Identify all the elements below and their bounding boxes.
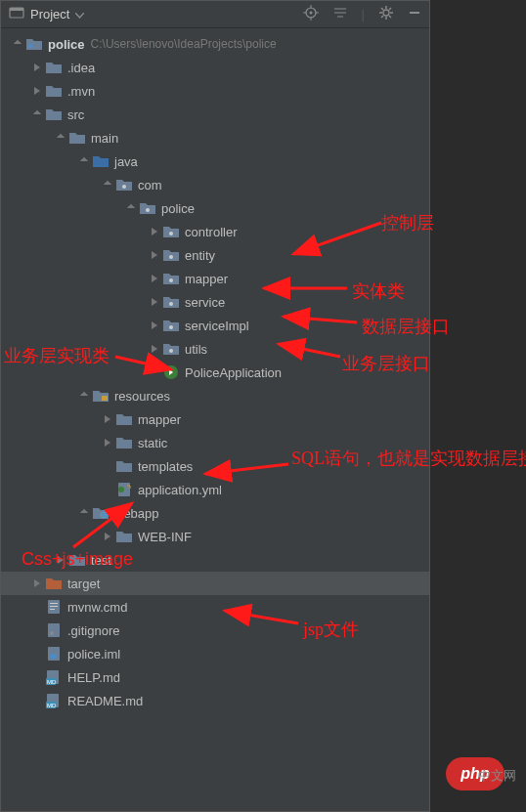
svg-text:MD: MD [47, 703, 57, 708]
java-class-icon [163, 364, 179, 380]
tree-node-policeapp[interactable]: PoliceApplication [1, 361, 429, 384]
package-icon [163, 318, 179, 333]
markdown-file-icon: MD [46, 693, 62, 708]
module-folder-icon [26, 36, 42, 52]
svg-line-18 [389, 8, 391, 10]
svg-rect-41 [48, 623, 60, 637]
svg-text:MD: MD [47, 679, 57, 685]
tree-root[interactable]: police C:\Users\lenovo\IdeaProjects\poli… [1, 32, 429, 56]
folder-icon [46, 60, 62, 75]
tree-node-appyml[interactable]: application.yml [1, 478, 429, 501]
svg-rect-31 [102, 396, 108, 401]
project-tree: police C:\Users\lenovo\IdeaProjects\poli… [1, 28, 429, 811]
svg-point-24 [169, 232, 173, 235]
project-header: Project | [1, 1, 429, 28]
tree-node-gitignore[interactable]: .gitignore [1, 619, 429, 642]
expand-arrow-icon [124, 201, 138, 215]
tree-node-static[interactable]: static [1, 431, 429, 454]
tree-node-policeiml[interactable]: police.iml [1, 642, 429, 665]
package-icon [163, 224, 179, 239]
tree-node-test[interactable]: test [1, 548, 429, 572]
iml-file-icon [46, 646, 62, 662]
tree-node-webinf[interactable]: WEB-INF [1, 525, 429, 548]
svg-rect-1 [10, 8, 23, 11]
collapse-arrow-icon [30, 61, 44, 74]
tree-node-java[interactable]: java [1, 150, 429, 173]
chevron-down-icon [75, 7, 84, 21]
tree-node-service[interactable]: service [1, 290, 429, 314]
tree-node-helpmd[interactable]: MD HELP.md [1, 665, 429, 689]
svg-point-28 [169, 325, 173, 329]
tree-node-serviceimpl[interactable]: serviceImpl [1, 314, 429, 337]
svg-point-42 [50, 631, 54, 635]
markdown-file-icon: MD [46, 669, 62, 685]
svg-point-3 [309, 12, 312, 15]
svg-point-11 [383, 10, 389, 16]
package-icon [163, 271, 179, 286]
project-title: Project [30, 7, 69, 21]
root-path: C:\Users\lenovo\IdeaProjects\police [91, 37, 277, 51]
expand-arrow-icon [101, 178, 114, 192]
folder-icon [46, 107, 62, 122]
expand-arrow-icon [30, 107, 44, 121]
minimize-icon[interactable] [408, 6, 421, 22]
excluded-folder-icon [46, 576, 62, 591]
svg-point-25 [169, 255, 173, 259]
package-icon [140, 200, 155, 216]
source-folder-icon [93, 153, 109, 169]
expand-arrow-icon [77, 389, 91, 403]
project-title-group[interactable]: Project [9, 5, 295, 23]
gear-icon[interactable] [378, 5, 394, 23]
root-name: police [48, 37, 85, 52]
expand-arrow-icon [11, 37, 24, 51]
php-badge-sub: 中文网 [478, 767, 516, 785]
folder-icon [116, 435, 132, 450]
expand-arrow-icon [77, 506, 91, 520]
tree-node-webapp[interactable]: webapp [1, 501, 429, 525]
tree-node-resources[interactable]: resources [1, 384, 429, 407]
web-folder-icon [93, 505, 109, 521]
package-icon [163, 294, 179, 310]
svg-line-17 [389, 16, 391, 18]
tree-node-police-pkg[interactable]: police [1, 196, 429, 220]
svg-point-23 [146, 208, 150, 212]
svg-rect-21 [28, 44, 32, 48]
tree-node-mapper-res[interactable]: mapper [1, 407, 429, 431]
target-icon[interactable] [303, 5, 319, 23]
tree-node-main[interactable]: main [1, 126, 429, 150]
tree-node-src[interactable]: src [1, 103, 429, 126]
folder-icon [116, 458, 132, 474]
tree-node-com[interactable]: com [1, 173, 429, 196]
package-icon [163, 247, 179, 263]
file-icon [46, 599, 62, 615]
collapse-arrow-icon [148, 225, 161, 238]
tree-node-entity[interactable]: entity [1, 243, 429, 267]
svg-line-16 [381, 8, 383, 10]
tree-node-readmemd[interactable]: MD README.md [1, 689, 429, 712]
project-icon [9, 5, 24, 23]
folder-icon [116, 411, 132, 427]
svg-point-33 [118, 487, 124, 492]
tree-node-idea[interactable]: .idea [1, 56, 429, 79]
svg-point-29 [169, 349, 173, 353]
tree-node-target[interactable]: target [1, 572, 429, 595]
svg-rect-39 [50, 606, 58, 607]
svg-rect-40 [50, 609, 55, 610]
svg-rect-44 [51, 654, 57, 659]
tree-node-mvn[interactable]: .mvn [1, 79, 429, 103]
tree-node-mvnwcmd[interactable]: mvnw.cmd [1, 595, 429, 619]
tree-node-templates[interactable]: templates [1, 454, 429, 478]
tree-node-controller[interactable]: controller [1, 220, 429, 243]
tree-node-mapper[interactable]: mapper [1, 267, 429, 290]
project-tool-window: Project | police C:\ [0, 0, 430, 812]
collapse-all-icon[interactable] [332, 5, 348, 23]
package-icon [163, 341, 179, 357]
expand-arrow-icon [54, 131, 67, 145]
expand-arrow-icon [77, 154, 91, 168]
folder-icon [69, 130, 85, 146]
folder-icon [116, 529, 132, 544]
svg-point-22 [122, 185, 126, 189]
tree-node-utils[interactable]: utils [1, 337, 429, 361]
package-icon [116, 177, 132, 192]
svg-point-26 [169, 278, 173, 282]
